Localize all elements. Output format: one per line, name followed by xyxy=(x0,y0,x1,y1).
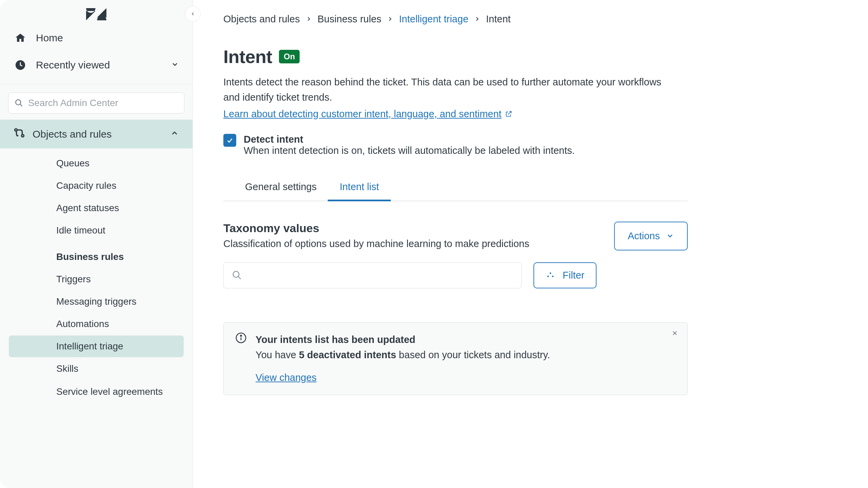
taxonomy-search[interactable] xyxy=(223,262,522,288)
notice-bold: 5 deactivated intents xyxy=(299,349,396,360)
info-icon xyxy=(235,332,247,344)
sidebar-item-service-level-agreements[interactable]: Service level agreements xyxy=(9,380,184,403)
search-input[interactable] xyxy=(28,98,178,108)
detect-intent-subtitle: When intent detection is on, tickets wil… xyxy=(244,145,575,156)
nav-recently-viewed-label: Recently viewed xyxy=(36,59,110,71)
home-icon xyxy=(14,31,27,45)
chevron-down-icon xyxy=(666,232,674,240)
search-box[interactable] xyxy=(8,93,184,114)
svg-point-1 xyxy=(15,129,17,131)
svg-point-5 xyxy=(240,335,241,336)
nav-home-label: Home xyxy=(36,32,63,44)
collapse-sidebar-button[interactable] xyxy=(185,6,201,22)
learn-more-link[interactable]: Learn about detecting customer intent, l… xyxy=(223,108,512,120)
crumb-intelligent-triage[interactable]: Intelligent triage xyxy=(399,14,468,25)
sidebar-item-skills[interactable]: Skills xyxy=(9,358,184,380)
external-link-icon xyxy=(505,110,512,118)
notice-title: Your intents list has been updated xyxy=(256,332,550,347)
detect-intent-title: Detect intent xyxy=(244,134,575,145)
chevron-left-icon xyxy=(190,11,196,17)
chevron-up-icon xyxy=(170,128,179,140)
update-notice: Your intents list has been updated You h… xyxy=(223,322,688,395)
detect-intent-label: Detect intent When intent detection is o… xyxy=(244,134,575,156)
svg-point-2 xyxy=(21,135,24,137)
tab-intent-list[interactable]: Intent list xyxy=(340,175,379,201)
close-notice-button[interactable] xyxy=(672,330,680,338)
sidebar-item-intelligent-triage[interactable]: Intelligent triage xyxy=(9,336,184,357)
chevron-right-icon xyxy=(387,14,393,25)
sidebar-item-agent-statuses[interactable]: Agent statuses xyxy=(9,197,184,219)
page-title: Intent xyxy=(223,46,272,67)
chevron-right-icon xyxy=(474,14,481,25)
filter-button[interactable]: Filter xyxy=(533,262,597,288)
sidebar-item-capacity-rules[interactable]: Capacity rules xyxy=(9,175,184,197)
view-changes-link[interactable]: View changes xyxy=(256,370,317,385)
status-badge: On xyxy=(279,50,300,63)
search-icon xyxy=(232,270,242,280)
sidebar-section-label: Objects and rules xyxy=(33,128,112,140)
main-panel: Objects and rules Business rules Intelli… xyxy=(193,0,868,488)
tabs: General settings Intent list xyxy=(223,175,688,201)
sidebar-item-messaging-triggers[interactable]: Messaging triggers xyxy=(9,291,184,312)
crumb-intent: Intent xyxy=(486,14,511,25)
routing-icon xyxy=(14,127,25,141)
zendesk-logo-icon xyxy=(86,8,107,20)
taxonomy-search-input[interactable] xyxy=(248,270,513,281)
sidebar-item-idle-timeout[interactable]: Idle timeout xyxy=(9,220,184,241)
taxonomy-title: Taxonomy values xyxy=(223,222,529,235)
page-description: Intents detect the reason behind the tic… xyxy=(223,75,674,105)
search-icon xyxy=(15,98,23,108)
notice-pre: You have xyxy=(256,349,299,360)
close-icon xyxy=(672,330,678,336)
breadcrumb: Objects and rules Business rules Intelli… xyxy=(223,14,511,25)
detect-intent-checkbox[interactable] xyxy=(223,134,236,147)
sidebar-section-objects-and-rules[interactable]: Objects and rules xyxy=(0,120,193,148)
sidebar-tree: Objects and rules Queues Capacity rules … xyxy=(0,120,193,488)
crumb-business-rules[interactable]: Business rules xyxy=(318,14,382,25)
filter-button-label: Filter xyxy=(563,270,584,281)
sidebar-item-triggers[interactable]: Triggers xyxy=(9,268,184,290)
sliders-icon xyxy=(546,270,555,280)
sidebar: Home Recently viewed xyxy=(0,0,193,488)
notice-post: based on your tickets and industry. xyxy=(396,349,550,360)
chevron-down-icon xyxy=(171,59,179,71)
nav-home[interactable]: Home xyxy=(0,24,193,52)
crumb-objects-and-rules[interactable]: Objects and rules xyxy=(223,14,300,25)
taxonomy-subtitle: Classification of options used by machin… xyxy=(223,238,529,249)
actions-button[interactable]: Actions xyxy=(614,222,688,250)
clock-icon xyxy=(14,58,27,72)
nav-recently-viewed[interactable]: Recently viewed xyxy=(0,52,193,79)
learn-more-link-text: Learn about detecting customer intent, l… xyxy=(223,108,502,120)
chevron-right-icon xyxy=(305,14,312,25)
notice-body: You have 5 deactivated intents based on … xyxy=(256,347,550,363)
sidebar-group-business-rules: Business rules xyxy=(9,242,184,268)
check-icon xyxy=(226,137,234,144)
tab-general-settings[interactable]: General settings xyxy=(245,175,317,201)
sidebar-item-queues[interactable]: Queues xyxy=(9,152,184,174)
sidebar-item-automations[interactable]: Automations xyxy=(9,313,184,335)
brand-logo xyxy=(0,0,193,24)
actions-button-label: Actions xyxy=(628,230,660,242)
